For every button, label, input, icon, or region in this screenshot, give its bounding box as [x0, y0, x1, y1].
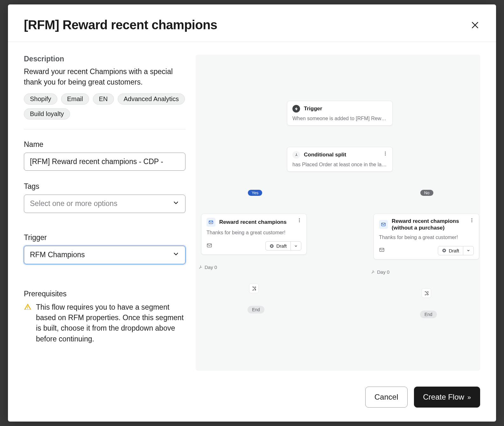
tag-pill[interactable]: Advanced Analytics: [118, 93, 185, 105]
tags-field-group: Tags Select one or more options: [24, 181, 186, 213]
flow-node-conditional-split[interactable]: Conditional split has Placed Order at le…: [287, 147, 393, 172]
flow-node-action[interactable]: [249, 284, 259, 293]
chevron-down-icon: [172, 251, 179, 259]
split-icon: [292, 151, 300, 159]
email-icon: [379, 220, 388, 229]
email-no-sub: Thanks for being a great customer!: [379, 235, 474, 240]
modal-header: [RFM] Reward recent champions: [8, 4, 496, 42]
email-yes-title: Reward recent champions: [219, 219, 287, 225]
chevron-right-icon: »: [467, 394, 471, 401]
svg-point-22: [299, 218, 300, 219]
email-no-title: Reward recent champions (without a purch…: [392, 218, 474, 231]
branch-label-yes: Yes: [248, 190, 262, 196]
trigger-select[interactable]: RFM Champions: [24, 246, 186, 264]
name-input[interactable]: [24, 153, 186, 171]
tag-pill[interactable]: Shopify: [24, 93, 57, 105]
draft-label: Draft: [276, 243, 287, 249]
svg-point-20: [385, 155, 386, 155]
kebab-icon[interactable]: [383, 151, 388, 157]
modal-body: Description Reward your recent Champions…: [8, 42, 496, 374]
tags-label: Tags: [24, 182, 186, 191]
prerequisites-label: Prerequisites: [24, 290, 186, 298]
modal-title: [RFM] Reward recent champions: [24, 18, 217, 32]
warning-icon: [24, 303, 32, 312]
tag-row: Shopify Email EN Advanced Analytics Buil…: [24, 93, 186, 129]
tags-select[interactable]: Select one or more options: [24, 195, 186, 213]
draft-status-dropdown[interactable]: Draft: [438, 246, 474, 255]
name-label: Name: [24, 140, 186, 149]
trigger-value: RFM Champions: [30, 251, 85, 259]
cancel-button[interactable]: Cancel: [365, 387, 408, 408]
draft-status-dropdown[interactable]: Draft: [265, 241, 301, 251]
email-yes-sub: Thanks for being a great customer!: [206, 230, 301, 236]
close-icon[interactable]: [470, 20, 480, 30]
create-flow-button[interactable]: Create Flow »: [414, 387, 480, 408]
tag-pill[interactable]: Build loyalty: [24, 108, 70, 120]
branch-label-no: No: [420, 190, 433, 196]
stack-icon: [379, 247, 385, 254]
draft-label: Draft: [449, 248, 459, 253]
trigger-node-title: Trigger: [304, 106, 322, 112]
split-node-title: Conditional split: [304, 152, 346, 158]
flow-node-action[interactable]: [422, 288, 431, 298]
kebab-icon[interactable]: [297, 218, 302, 224]
bolt-icon: [292, 105, 300, 113]
end-pill-no: End: [420, 311, 437, 318]
tag-pill[interactable]: Email: [61, 93, 89, 105]
email-icon: [206, 218, 215, 227]
tag-pill[interactable]: EN: [93, 93, 114, 105]
svg-point-24: [299, 221, 300, 222]
svg-point-27: [271, 245, 273, 247]
svg-point-34: [444, 250, 445, 251]
day-marker-no: Day 0: [371, 269, 389, 275]
description-label: Description: [24, 55, 186, 63]
trigger-label: Trigger: [24, 233, 186, 242]
flow-node-email-no[interactable]: Reward recent champions (without a purch…: [374, 214, 479, 259]
description-text: Reward your recent Champions with a spec…: [24, 66, 186, 88]
kebab-icon[interactable]: [469, 218, 474, 224]
chevron-down-icon: [291, 243, 301, 250]
chevron-down-icon: [172, 199, 179, 208]
svg-point-30: [472, 220, 472, 221]
svg-point-18: [385, 152, 386, 153]
chevron-down-icon: [463, 247, 473, 254]
create-flow-modal: [RFM] Reward recent champions Descriptio…: [8, 4, 496, 422]
tags-placeholder: Select one or more options: [30, 199, 117, 208]
flow-preview-panel: Trigger When someone is added to [RFM] R…: [196, 55, 480, 371]
trigger-field-group: Trigger RFM Champions: [24, 232, 186, 264]
svg-point-23: [299, 220, 300, 221]
stack-icon: [206, 243, 212, 250]
modal-footer: Cancel Create Flow »: [8, 374, 496, 422]
prerequisites-row: This flow requires you to have a segment…: [24, 302, 186, 344]
end-pill-yes: End: [248, 306, 264, 313]
flow-connectors: [196, 55, 291, 102]
svg-point-31: [472, 221, 472, 222]
svg-point-19: [385, 153, 386, 154]
name-field-group: Name: [24, 139, 186, 171]
trigger-node-sub: When someone is added to [RFM] Rewar…: [292, 116, 387, 121]
left-panel: Description Reward your recent Champions…: [24, 55, 186, 371]
prerequisites-text: This flow requires you to have a segment…: [36, 302, 186, 344]
svg-point-29: [472, 218, 472, 219]
split-node-sub: has Placed Order at least once in the la…: [292, 162, 387, 168]
day-marker-yes: Day 0: [199, 265, 217, 270]
flow-node-email-yes[interactable]: Reward recent champions Thanks for being…: [201, 214, 307, 255]
flow-node-trigger[interactable]: Trigger When someone is added to [RFM] R…: [287, 101, 393, 126]
